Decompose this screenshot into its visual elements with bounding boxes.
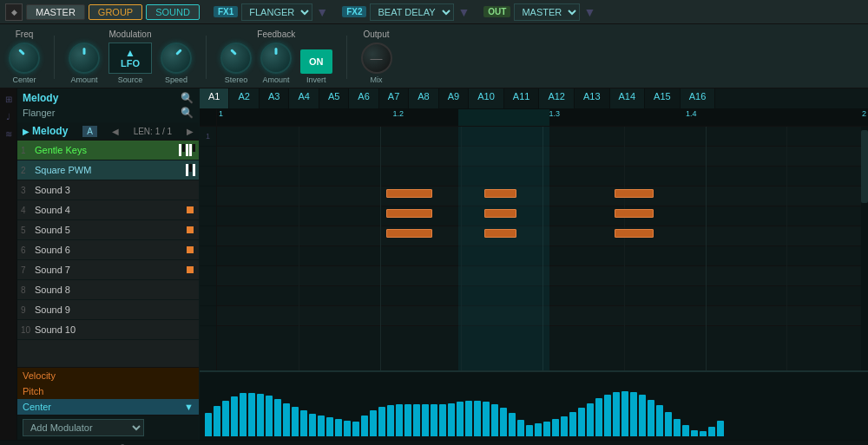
sound-item-3[interactable]: 3 Sound 3 [17, 180, 199, 200]
tab-a9[interactable]: A9 [439, 88, 469, 108]
track-header: ▶ Melody A ◀ LEN: 1 / 1 ▶ [17, 122, 199, 141]
sound-list: 1 Gentle Keys 2 Square PWM [17, 141, 199, 367]
tab-a14[interactable]: A14 [610, 88, 646, 108]
mod-bar-31 [474, 401, 481, 436]
row-num-9 [200, 286, 216, 306]
note-6-1[interactable] [386, 229, 432, 238]
mod-bar-0 [205, 413, 212, 436]
lfo-box[interactable]: ▲ LFO [108, 43, 152, 74]
wave-icon[interactable]: ≋ [2, 127, 16, 141]
tab-a16[interactable]: A16 [681, 88, 716, 108]
out-select[interactable]: MASTER [514, 3, 580, 21]
piano-icon[interactable]: ♩ [2, 109, 16, 123]
tab-a7[interactable]: A7 [379, 88, 409, 108]
tab-a4[interactable]: A4 [289, 88, 319, 108]
fx1-select[interactable]: FLANGER [241, 3, 312, 21]
freq-group: Freq Center [9, 29, 40, 84]
mod-bar-16 [344, 421, 351, 436]
mod-bar-29 [457, 402, 464, 436]
sound-7-indicator [187, 266, 194, 273]
key-4 [189, 144, 192, 156]
output-group: Output Mix [361, 29, 392, 84]
note-4-3[interactable] [615, 189, 654, 198]
tab-a5[interactable]: A5 [319, 88, 349, 108]
tab-a6[interactable]: A6 [349, 88, 378, 108]
mod-bar-6 [257, 394, 264, 436]
tab-a1[interactable]: A1 [200, 88, 229, 108]
tab-a15[interactable]: A15 [645, 88, 681, 108]
sound-preset-name: Flanger [23, 108, 55, 118]
sound-item-1[interactable]: 1 Gentle Keys [17, 141, 199, 160]
nav-right-icon[interactable]: ▶ [187, 127, 194, 136]
row-num-1: 1 [200, 127, 216, 147]
sound-item-7[interactable]: 7 Sound 7 [17, 260, 199, 280]
output-label: Output [363, 29, 389, 39]
row-num-7 [200, 246, 216, 266]
track-group: ▶ Melody [23, 125, 68, 137]
ruler-content: 1 1.2 1.3 1.4 2 [217, 109, 868, 126]
fb-amount-knob[interactable] [260, 43, 292, 74]
mod-bar-14 [326, 417, 333, 436]
sound-search-icon[interactable]: 🔍 [181, 107, 194, 119]
sound-item-5[interactable]: 5 Sound 5 [17, 220, 199, 240]
grid-icon[interactable]: ⊞ [2, 92, 16, 106]
sound-item-4[interactable]: 4 Sound 4 [17, 200, 199, 220]
mod-amount-knob[interactable] [69, 43, 100, 74]
speed-knob[interactable] [161, 43, 192, 74]
note-5-2[interactable] [484, 209, 517, 218]
tab-a12[interactable]: A12 [539, 88, 575, 108]
stereo-knob[interactable] [220, 43, 252, 74]
grid-area[interactable] [217, 127, 868, 370]
sound-item-8[interactable]: 8 Sound 8 [17, 280, 199, 300]
sound-num-7: 7 [21, 265, 35, 275]
mod-bar-43 [578, 408, 585, 436]
add-modulator-bar: Add Modulator [17, 415, 199, 440]
sound-name-10: Sound 10 [35, 324, 195, 335]
center-mod-dropdown-icon: ▼ [184, 402, 194, 412]
tab-sound[interactable]: SOUND [146, 4, 200, 20]
center-modulator[interactable]: Center ▼ [17, 399, 199, 415]
fx2-chevron-icon: ▼ [457, 5, 470, 19]
tab-a3[interactable]: A3 [260, 88, 289, 108]
tab-a11[interactable]: A11 [504, 88, 540, 108]
source-label: Source [118, 75, 143, 84]
tab-a8[interactable]: A8 [409, 88, 438, 108]
fx2-select[interactable]: BEAT DELAY [370, 3, 454, 21]
tab-group[interactable]: GROUP [89, 4, 142, 20]
mod-bar-38 [535, 423, 542, 436]
group-a-button[interactable]: A [82, 126, 97, 137]
note-6-3[interactable] [615, 229, 654, 238]
mod-bar-42 [569, 412, 576, 436]
sound-4-indicator [187, 206, 194, 213]
pitch-modulator[interactable]: Pitch [17, 383, 199, 399]
tab-a2[interactable]: A2 [229, 88, 259, 108]
note-5-1[interactable] [386, 209, 432, 218]
scrollbar-v-thumb [861, 130, 868, 203]
velocity-modulator[interactable]: Velocity [17, 368, 199, 383]
invert-on-button[interactable]: ON [300, 49, 332, 74]
note-6-2[interactable] [484, 229, 517, 238]
mix-knob[interactable] [361, 43, 392, 74]
tab-a13[interactable]: A13 [575, 88, 610, 108]
note-4-1[interactable] [386, 189, 432, 198]
mod-bar-54 [674, 419, 681, 436]
add-modulator-select[interactable]: Add Modulator [23, 419, 144, 436]
note-5-3[interactable] [615, 209, 654, 218]
sound-item-6[interactable]: 6 Sound 6 [17, 240, 199, 260]
scrollbar-v[interactable] [861, 127, 868, 370]
center-knob[interactable] [9, 43, 40, 74]
tab-master[interactable]: MASTER [26, 4, 85, 20]
sound-item-9[interactable]: 9 Sound 9 [17, 300, 199, 320]
nav-left-icon[interactable]: ◀ [112, 127, 119, 136]
row-bg-6 [217, 226, 868, 246]
fb-amount-label: Amount [262, 75, 289, 84]
sound-item-10[interactable]: 10 Sound 10 [17, 320, 199, 340]
tab-a10[interactable]: A10 [469, 88, 504, 108]
mod-bar-35 [509, 413, 516, 436]
note-4-2[interactable] [484, 189, 517, 198]
sound-item-2[interactable]: 2 Square PWM [17, 160, 199, 180]
preset-search-icon[interactable]: 🔍 [181, 92, 194, 104]
mod-bar-17 [352, 422, 359, 436]
mod-amount-container: Amount [69, 43, 100, 84]
sound-num-3: 3 [21, 186, 35, 195]
